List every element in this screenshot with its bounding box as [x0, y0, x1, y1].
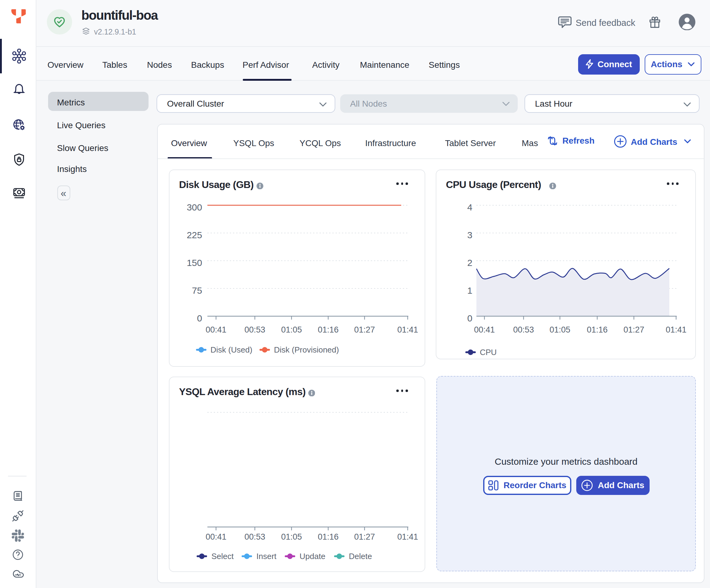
svg-text:2: 2 [467, 258, 472, 268]
svg-text:01:05: 01:05 [281, 532, 302, 541]
svg-text:00:41: 00:41 [474, 325, 495, 334]
svg-text:0: 0 [197, 313, 202, 323]
svg-text:00:41: 00:41 [206, 325, 227, 334]
svg-text:00:41: 00:41 [206, 532, 227, 541]
svg-text:00:53: 00:53 [244, 532, 265, 541]
svg-text:225: 225 [187, 230, 202, 240]
svg-text:01:41: 01:41 [397, 325, 418, 334]
svg-text:1: 1 [467, 285, 472, 296]
svg-text:300: 300 [187, 202, 202, 212]
svg-text:0: 0 [467, 313, 472, 323]
svg-text:75: 75 [192, 285, 202, 296]
svg-text:01:27: 01:27 [354, 325, 375, 334]
svg-text:4: 4 [467, 202, 472, 212]
svg-text:01:27: 01:27 [354, 532, 375, 541]
svg-text:00:53: 00:53 [244, 325, 265, 334]
svg-text:01:16: 01:16 [587, 325, 608, 334]
svg-text:01:41: 01:41 [397, 532, 418, 541]
svg-text:3: 3 [467, 230, 472, 240]
svg-text:01:05: 01:05 [549, 325, 570, 334]
svg-text:00:53: 00:53 [513, 325, 534, 334]
svg-text:01:16: 01:16 [318, 325, 339, 334]
svg-text:01:16: 01:16 [318, 532, 339, 541]
svg-text:150: 150 [187, 258, 202, 268]
svg-text:01:05: 01:05 [281, 325, 302, 334]
svg-text:01:41: 01:41 [666, 325, 687, 334]
svg-text:01:27: 01:27 [623, 325, 644, 334]
